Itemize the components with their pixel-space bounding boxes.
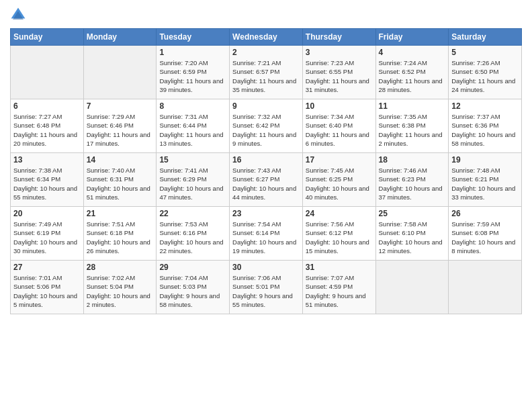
week-row-3: 13Sunrise: 7:38 AM Sunset: 6:34 PM Dayli…	[11, 153, 522, 207]
day-number: 6	[13, 101, 81, 111]
day-number: 12	[451, 101, 519, 111]
day-info: Sunrise: 7:23 AM Sunset: 6:55 PM Dayligh…	[306, 58, 373, 94]
calendar-cell: 20Sunrise: 7:49 AM Sunset: 6:19 PM Dayli…	[11, 207, 84, 261]
day-number: 14	[87, 155, 154, 165]
calendar-cell: 6Sunrise: 7:27 AM Sunset: 6:48 PM Daylig…	[11, 99, 84, 153]
weekday-header-friday: Friday	[375, 29, 449, 46]
day-info: Sunrise: 7:37 AM Sunset: 6:36 PM Dayligh…	[451, 112, 519, 148]
day-info: Sunrise: 7:45 AM Sunset: 6:25 PM Dayligh…	[306, 166, 373, 201]
calendar-cell: 26Sunrise: 7:59 AM Sunset: 6:08 PM Dayli…	[449, 207, 522, 261]
day-number: 8	[159, 101, 226, 111]
calendar-cell: 17Sunrise: 7:45 AM Sunset: 6:25 PM Dayli…	[302, 153, 375, 207]
day-info: Sunrise: 7:43 AM Sunset: 6:27 PM Dayligh…	[232, 166, 300, 201]
header	[10, 7, 522, 23]
day-number: 5	[451, 48, 519, 57]
day-number: 15	[159, 155, 226, 165]
calendar-table: SundayMondayTuesdayWednesdayThursdayFrid…	[10, 28, 522, 314]
logo	[10, 7, 29, 23]
page: SundayMondayTuesdayWednesdayThursdayFrid…	[0, 0, 532, 411]
calendar-cell: 8Sunrise: 7:31 AM Sunset: 6:44 PM Daylig…	[157, 99, 230, 153]
day-number: 20	[13, 209, 81, 218]
day-info: Sunrise: 7:24 AM Sunset: 6:52 PM Dayligh…	[379, 58, 446, 94]
calendar-cell: 2Sunrise: 7:21 AM Sunset: 6:57 PM Daylig…	[230, 46, 303, 99]
day-info: Sunrise: 7:32 AM Sunset: 6:42 PM Dayligh…	[232, 112, 300, 148]
day-info: Sunrise: 7:51 AM Sunset: 6:18 PM Dayligh…	[87, 220, 154, 255]
weekday-header-sunday: Sunday	[11, 29, 84, 46]
day-number: 1	[159, 48, 226, 57]
day-number: 26	[451, 209, 519, 218]
calendar-cell	[375, 261, 449, 314]
logo-icon	[10, 7, 26, 23]
day-info: Sunrise: 7:46 AM Sunset: 6:23 PM Dayligh…	[379, 166, 446, 201]
day-info: Sunrise: 7:07 AM Sunset: 4:59 PM Dayligh…	[306, 273, 373, 309]
calendar-cell: 22Sunrise: 7:53 AM Sunset: 6:16 PM Dayli…	[157, 207, 230, 261]
calendar-cell: 30Sunrise: 7:06 AM Sunset: 5:01 PM Dayli…	[230, 261, 303, 314]
calendar-cell: 11Sunrise: 7:35 AM Sunset: 6:38 PM Dayli…	[375, 99, 449, 153]
day-number: 23	[232, 209, 300, 218]
day-number: 22	[159, 209, 226, 218]
day-info: Sunrise: 7:06 AM Sunset: 5:01 PM Dayligh…	[232, 273, 300, 309]
calendar-cell: 3Sunrise: 7:23 AM Sunset: 6:55 PM Daylig…	[302, 46, 375, 99]
calendar-cell	[449, 261, 522, 314]
calendar-cell: 16Sunrise: 7:43 AM Sunset: 6:27 PM Dayli…	[230, 153, 303, 207]
day-info: Sunrise: 7:48 AM Sunset: 6:21 PM Dayligh…	[451, 166, 519, 201]
day-number: 28	[87, 263, 154, 272]
calendar-cell: 14Sunrise: 7:40 AM Sunset: 6:31 PM Dayli…	[83, 153, 157, 207]
day-info: Sunrise: 7:54 AM Sunset: 6:14 PM Dayligh…	[232, 220, 300, 255]
day-info: Sunrise: 7:34 AM Sunset: 6:40 PM Dayligh…	[306, 112, 373, 148]
day-number: 18	[379, 155, 446, 165]
day-number: 2	[232, 48, 300, 57]
weekday-header-row: SundayMondayTuesdayWednesdayThursdayFrid…	[11, 29, 522, 46]
day-info: Sunrise: 7:58 AM Sunset: 6:10 PM Dayligh…	[379, 220, 446, 255]
day-info: Sunrise: 7:38 AM Sunset: 6:34 PM Dayligh…	[13, 166, 81, 201]
weekday-header-thursday: Thursday	[302, 29, 375, 46]
calendar-cell	[11, 46, 84, 99]
day-number: 3	[306, 48, 373, 57]
weekday-header-saturday: Saturday	[449, 29, 522, 46]
calendar-cell: 5Sunrise: 7:26 AM Sunset: 6:50 PM Daylig…	[449, 46, 522, 99]
calendar-cell: 18Sunrise: 7:46 AM Sunset: 6:23 PM Dayli…	[375, 153, 449, 207]
week-row-4: 20Sunrise: 7:49 AM Sunset: 6:19 PM Dayli…	[11, 207, 522, 261]
calendar-cell: 28Sunrise: 7:02 AM Sunset: 5:04 PM Dayli…	[83, 261, 157, 314]
day-info: Sunrise: 7:02 AM Sunset: 5:04 PM Dayligh…	[87, 273, 154, 309]
calendar-cell: 23Sunrise: 7:54 AM Sunset: 6:14 PM Dayli…	[230, 207, 303, 261]
week-row-1: 1Sunrise: 7:20 AM Sunset: 6:59 PM Daylig…	[11, 46, 522, 99]
calendar-cell: 7Sunrise: 7:29 AM Sunset: 6:46 PM Daylig…	[83, 99, 157, 153]
day-number: 21	[87, 209, 154, 218]
day-info: Sunrise: 7:56 AM Sunset: 6:12 PM Dayligh…	[306, 220, 373, 255]
day-number: 19	[451, 155, 519, 165]
day-info: Sunrise: 7:01 AM Sunset: 5:06 PM Dayligh…	[13, 273, 81, 309]
calendar-cell: 12Sunrise: 7:37 AM Sunset: 6:36 PM Dayli…	[449, 99, 522, 153]
day-number: 13	[13, 155, 81, 165]
weekday-header-wednesday: Wednesday	[230, 29, 303, 46]
calendar-cell: 9Sunrise: 7:32 AM Sunset: 6:42 PM Daylig…	[230, 99, 303, 153]
day-info: Sunrise: 7:20 AM Sunset: 6:59 PM Dayligh…	[159, 58, 226, 94]
calendar-cell: 27Sunrise: 7:01 AM Sunset: 5:06 PM Dayli…	[11, 261, 84, 314]
day-number: 27	[13, 263, 81, 272]
day-number: 17	[306, 155, 373, 165]
day-number: 24	[306, 209, 373, 218]
weekday-header-tuesday: Tuesday	[157, 29, 230, 46]
day-number: 10	[306, 101, 373, 111]
calendar-cell: 13Sunrise: 7:38 AM Sunset: 6:34 PM Dayli…	[11, 153, 84, 207]
calendar-cell: 15Sunrise: 7:41 AM Sunset: 6:29 PM Dayli…	[157, 153, 230, 207]
day-info: Sunrise: 7:27 AM Sunset: 6:48 PM Dayligh…	[13, 112, 81, 148]
day-info: Sunrise: 7:35 AM Sunset: 6:38 PM Dayligh…	[379, 112, 446, 148]
day-number: 7	[87, 101, 154, 111]
day-info: Sunrise: 7:49 AM Sunset: 6:19 PM Dayligh…	[13, 220, 81, 255]
calendar-cell: 10Sunrise: 7:34 AM Sunset: 6:40 PM Dayli…	[302, 99, 375, 153]
day-number: 29	[159, 263, 226, 272]
day-info: Sunrise: 7:21 AM Sunset: 6:57 PM Dayligh…	[232, 58, 300, 94]
day-info: Sunrise: 7:31 AM Sunset: 6:44 PM Dayligh…	[159, 112, 226, 148]
day-info: Sunrise: 7:40 AM Sunset: 6:31 PM Dayligh…	[87, 166, 154, 201]
calendar-cell: 31Sunrise: 7:07 AM Sunset: 4:59 PM Dayli…	[302, 261, 375, 314]
day-number: 30	[232, 263, 300, 272]
day-info: Sunrise: 7:53 AM Sunset: 6:16 PM Dayligh…	[159, 220, 226, 255]
day-number: 9	[232, 101, 300, 111]
day-info: Sunrise: 7:29 AM Sunset: 6:46 PM Dayligh…	[87, 112, 154, 148]
calendar-cell: 25Sunrise: 7:58 AM Sunset: 6:10 PM Dayli…	[375, 207, 449, 261]
week-row-2: 6Sunrise: 7:27 AM Sunset: 6:48 PM Daylig…	[11, 99, 522, 153]
week-row-5: 27Sunrise: 7:01 AM Sunset: 5:06 PM Dayli…	[11, 261, 522, 314]
weekday-header-monday: Monday	[83, 29, 157, 46]
day-info: Sunrise: 7:26 AM Sunset: 6:50 PM Dayligh…	[451, 58, 519, 94]
